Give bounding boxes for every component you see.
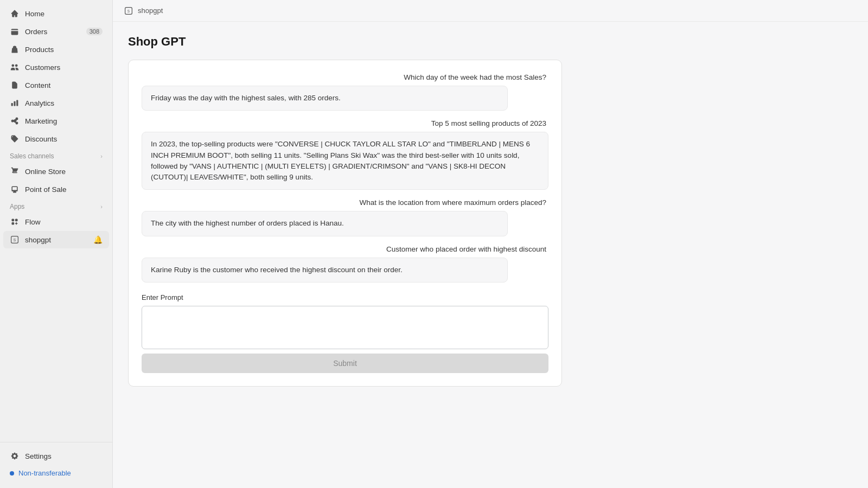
sidebar: Home Orders 308 Products Customers [0,0,113,488]
message-answer-0: Friday was the day with the highest sale… [142,86,508,111]
sidebar-item-discounts[interactable]: Discounts [3,130,109,147]
sidebar-item-content[interactable]: Content [3,76,109,94]
sidebar-bottom: Settings Non-transferable [0,442,112,488]
orders-badge: 308 [86,28,103,35]
sidebar-item-orders[interactable]: Orders 308 [3,23,109,40]
sidebar-label-analytics: Analytics [25,99,54,107]
settings-icon [10,451,20,461]
home-icon [10,9,20,18]
sales-channels-section[interactable]: Sales channels › [0,148,112,162]
sidebar-label-content: Content [25,81,50,89]
topbar-app-icon: S [124,6,133,16]
analytics-icon [10,98,20,108]
apps-section[interactable]: Apps › [0,198,112,213]
input-section: Enter Prompt Submit [142,293,548,373]
sidebar-label-products: Products [25,46,54,54]
input-label: Enter Prompt [142,293,548,301]
submit-button[interactable]: Submit [142,354,548,373]
sidebar-nav: Home Orders 308 Products Customers [0,0,112,442]
orders-icon [10,27,20,36]
message-row-0: Which day of the week had the most Sales… [142,73,548,111]
sidebar-label-marketing: Marketing [25,117,57,125]
customers-icon [10,62,20,72]
sidebar-item-settings[interactable]: Settings [3,447,109,465]
pos-icon [10,184,20,194]
message-row-2: What is the location from where maximum … [142,198,548,236]
flow-icon [10,217,20,227]
sales-channels-chevron: › [100,153,103,159]
apps-label: Apps [10,203,24,210]
non-transferable-dot [10,471,14,476]
message-answer-2: The city with the highest number of orde… [142,211,508,236]
discounts-icon [10,134,20,144]
page-body: Shop GPT Which day of the week had the m… [113,22,868,488]
sidebar-label-online-store: Online Store [25,168,66,176]
prompt-input[interactable] [142,306,548,349]
apps-chevron: › [100,203,103,210]
non-transferable-label: Non-transferable [18,469,71,477]
non-transferable-item[interactable]: Non-transferable [3,465,109,481]
main-content: S shopgpt Shop GPT Which day of the week… [113,0,868,488]
sidebar-label-pos: Point of Sale [25,185,67,194]
message-row-1: Top 5 most selling products of 2023 In 2… [142,119,548,190]
message-question-0: Which day of the week had the most Sales… [142,73,548,81]
message-question-3: Customer who placed order with highest d… [142,245,548,253]
chat-container: Which day of the week had the most Sales… [128,60,562,387]
sidebar-item-customers[interactable]: Customers [3,59,109,76]
sidebar-label-home: Home [25,10,44,18]
sidebar-item-home[interactable]: Home [3,5,109,22]
shopgpt-sidebar-icon: S [10,235,20,245]
page-title: Shop GPT [128,35,853,49]
sidebar-label-flow: Flow [25,218,41,226]
sidebar-label-shopgpt: shopgpt [25,236,51,244]
sidebar-item-shopgpt[interactable]: S shopgpt 🔔 [3,231,109,248]
message-question-2: What is the location from where maximum … [142,198,548,207]
sidebar-label-orders: Orders [25,28,47,36]
topbar-title: shopgpt [138,7,163,15]
topbar: S shopgpt [113,0,868,22]
settings-label: Settings [25,452,52,460]
message-answer-1: In 2023, the top-selling products were "… [142,132,548,190]
sidebar-item-flow[interactable]: Flow [3,213,109,230]
sidebar-item-analytics[interactable]: Analytics [3,94,109,112]
sidebar-item-online-store[interactable]: Online Store [3,163,109,180]
svg-text:S: S [127,9,130,13]
products-icon [10,44,20,54]
sidebar-label-discounts: Discounts [25,135,57,143]
sidebar-item-point-of-sale[interactable]: Point of Sale [3,181,109,198]
content-icon [10,80,20,90]
message-answer-3: Karine Ruby is the customer who received… [142,258,508,282]
sidebar-item-marketing[interactable]: Marketing [3,112,109,130]
sidebar-item-products[interactable]: Products [3,41,109,58]
shopgpt-bell-icon: 🔔 [93,235,103,244]
svg-text:S: S [14,237,16,242]
sales-channels-label: Sales channels [10,152,54,160]
message-question-1: Top 5 most selling products of 2023 [142,119,548,127]
marketing-icon [10,116,20,126]
message-row-3: Customer who placed order with highest d… [142,245,548,282]
sidebar-label-customers: Customers [25,63,60,72]
online-store-icon [10,166,20,176]
